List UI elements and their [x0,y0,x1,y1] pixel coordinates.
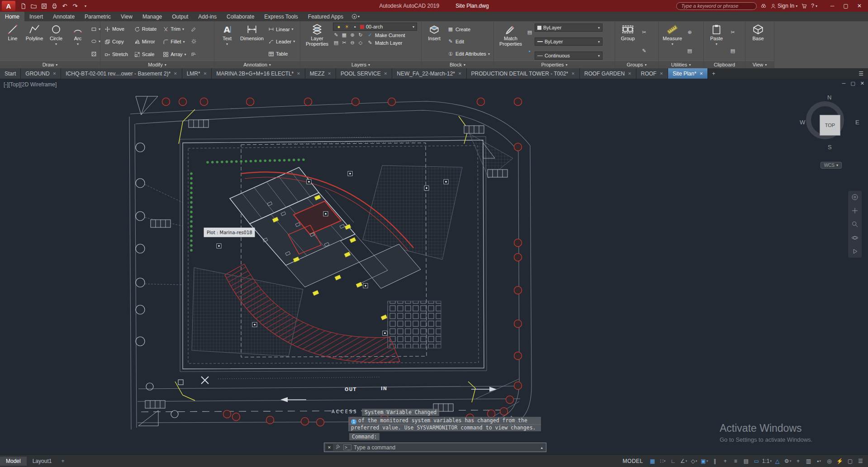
fillet-button[interactable]: Fillet▾ [161,35,187,48]
text-button[interactable]: A Text ▾ [217,23,237,61]
file-tab[interactable]: MEZZ✕ [305,68,336,79]
drawing-close-button[interactable]: ✕ [860,80,864,86]
panel-label-utilities[interactable]: Utilities▾ [659,61,703,68]
full-navigation-wheel-button[interactable] [850,193,859,202]
properties-list-icon[interactable]: ▤ [526,29,533,35]
command-close-button[interactable]: ✕ [326,444,333,451]
selection-cycling-toggle[interactable]: ▭ [752,456,761,466]
file-tab[interactable]: MARINA 2B+G+M+16 ELECTL*✕ [212,68,305,79]
open-file-button[interactable] [28,1,38,10]
file-tab[interactable]: LMR*✕ [182,68,212,79]
copy-clip-button[interactable]: ▤ [728,47,737,54]
ribbon-tab-collaborate[interactable]: Collaborate [222,12,259,21]
wcs-dropdown[interactable]: WCS ▾ [821,162,842,169]
object-color-dropdown[interactable]: ByLayer ▾ [535,24,602,32]
stretch-button[interactable]: Stretch [103,48,129,61]
panel-label-layers[interactable]: Layers▾ [300,61,421,68]
quick-calc-button[interactable]: ▤ [685,47,694,54]
new-drawing-tab-button[interactable]: + [708,68,719,79]
tab-close-icon[interactable]: ✕ [628,71,631,76]
panel-label-block[interactable]: Block▾ [422,61,493,68]
workspace-switching-button[interactable]: ⚙▾ [783,456,792,466]
tab-close-icon[interactable]: ✕ [384,71,388,76]
layer-tool-icon[interactable]: ✎ [333,32,339,38]
dynamic-input-toggle[interactable]: + [721,456,730,466]
ribbon-tab-parametric[interactable]: Parametric [80,12,116,21]
model-space-badge[interactable]: MODEL [619,458,647,464]
app-logo[interactable]: A [2,1,15,11]
base-button[interactable]: Base [748,23,768,61]
save-button[interactable] [39,1,49,10]
ribbon-tab-view[interactable]: View [116,12,138,21]
circle-button[interactable]: Circle ▾ [46,23,66,61]
ribbon-tab-featured-apps[interactable]: Featured Apps [303,12,348,21]
hatch-button[interactable] [90,51,102,57]
ungroup-button[interactable]: ✂ [640,29,649,36]
file-tab[interactable]: ROOF GARDEN✕ [580,68,636,79]
tab-close-icon[interactable]: ✕ [174,71,177,76]
annotation-visibility-toggle[interactable]: △ [773,456,782,466]
viewcube-south[interactable]: S [828,144,832,151]
help-button[interactable]: ?▾ [811,3,817,9]
command-line[interactable]: ✕ >_ ▴ [324,443,546,452]
clean-screen-toggle[interactable]: ▢ [845,456,855,466]
snap-toggle[interactable]: ∷▾ [658,456,668,466]
linear-button[interactable]: Linear▾ [267,26,296,33]
redo-button[interactable]: ↷ [70,1,80,10]
tab-close-icon[interactable]: ✕ [53,71,57,76]
leader-button[interactable]: Leader▾ [267,38,296,45]
panel-label-groups[interactable]: Groups▾ [615,61,658,68]
match-properties-button[interactable]: Match Properties [497,23,525,61]
viewcube-east[interactable]: E [855,119,859,126]
viewport-controls[interactable]: [-][Top][2D Wireframe] [4,81,57,88]
lineweight-toggle[interactable]: ≡ [731,456,740,466]
maximize-button[interactable]: ▢ [839,1,853,11]
layer-tool-icon[interactable]: ◇ [357,40,364,46]
help-search-input[interactable] [676,2,757,10]
plot-button[interactable] [49,1,59,10]
tab-close-icon[interactable]: ✕ [458,71,462,76]
ribbon-tab-annotate[interactable]: Annotate [48,12,80,21]
tab-overflow-menu-button[interactable]: ☰ [854,68,868,79]
ribbon-display-toggle[interactable]: ●▾ [348,12,363,21]
site-plan-drawing[interactable]: ACCESS ROAD OUT IN Plot : Marina-res018 [128,90,535,431]
move-button[interactable]: Move [103,23,129,35]
layer-tool-icon[interactable]: ▤ [333,40,339,46]
panel-label-clipboard[interactable]: Clipboard [704,61,745,68]
viewcube-top-face[interactable]: TOP [820,115,840,136]
zoom-button[interactable] [850,220,859,229]
tab-close-icon[interactable]: ✕ [571,71,575,76]
array-button[interactable]: Array▾ [161,48,187,61]
polyline-button[interactable]: Polyline [24,23,44,61]
new-layout-button[interactable]: + [57,457,68,466]
viewcube-west[interactable]: W [800,119,805,126]
model-tab[interactable]: Model [0,457,27,466]
ribbon-tab-insert[interactable]: Insert [24,12,48,21]
pan-button[interactable] [850,206,859,215]
isodraft-toggle[interactable]: ◇▾ [689,456,699,466]
paste-button[interactable]: Paste ▾ [707,23,726,61]
object-snap-toggle[interactable]: ▣▾ [700,456,709,466]
command-customize-button[interactable] [335,443,341,452]
cut-button[interactable]: ✂ [728,29,737,36]
offset-button[interactable] [190,51,198,57]
dimension-button[interactable]: Dimension [239,23,265,61]
ribbon-tab-express-tools[interactable]: Express Tools [259,12,303,21]
model-space-canvas[interactable]: [-][Top][2D Wireframe] ─ ▢ ✕ [0,79,868,454]
file-tab[interactable]: NEW_FA_22-March-12*✕ [392,68,466,79]
drawing-restore-button[interactable]: ▢ [850,80,855,86]
panel-label-draw[interactable]: Draw▾ [0,61,100,68]
file-tab-start[interactable]: Start [0,68,21,79]
ribbon-tab-output[interactable]: Output [167,12,193,21]
layer-tool-icon[interactable]: ⊕ [349,32,356,38]
edit-attributes-button[interactable]: ①Edit Attributes▾ [446,51,491,57]
isolate-objects-button[interactable]: ◎ [825,456,834,466]
mirror-button[interactable]: Mirror [133,35,158,48]
command-input[interactable] [354,444,536,451]
group-edit-button[interactable]: ✎ [640,47,649,54]
ribbon-tab-manage[interactable]: Manage [138,12,167,21]
rectangle-button[interactable]: ▾ [90,26,102,33]
linetype-dropdown[interactable]: Continuous ▾ [535,52,602,60]
tab-close-icon[interactable]: ✕ [297,71,300,76]
drawing-minimize-button[interactable]: ─ [842,80,846,86]
